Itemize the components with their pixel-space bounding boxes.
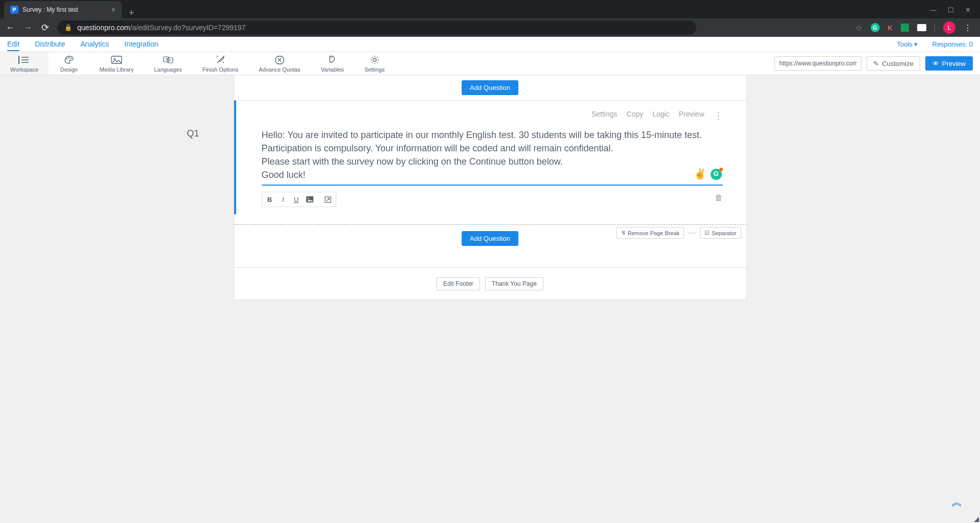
preview-button[interactable]: 👁Preview [925,56,973,71]
tool-advance-quotas[interactable]: Advance Quotas [248,52,310,75]
tool-media-library[interactable]: Media Library [89,52,144,75]
q-settings[interactable]: Settings [591,110,618,121]
browser-menu-icon[interactable]: ⋮ [964,23,972,33]
svg-text:文: 文 [165,57,168,61]
tool-design[interactable]: Design [49,52,89,75]
pb-dots-icon[interactable]: ⋯ [688,229,696,237]
tool-label: Design [60,66,78,73]
back-icon[interactable]: ← [5,22,15,33]
url-box[interactable]: 🔒 questionpro.com/a/editSurvey.do?survey… [57,20,696,35]
tools-dropdown[interactable]: Tools ▾ [897,40,918,48]
footer-row: Edit Footer Thank You Page [234,267,746,300]
bold-button[interactable]: B [263,193,277,206]
editor-badges: ✌️ G [694,167,722,181]
browser-chrome: P Survey : My first test × + — ☐ ✕ ← → ⟳… [0,0,980,37]
quotas-icon [275,55,285,65]
nav-integration[interactable]: Integration [124,38,158,51]
svg-point-16 [307,198,308,199]
svg-point-8 [114,58,116,59]
bookmark-star-icon[interactable]: ☆ [855,23,862,33]
tool-label: Workspace [10,66,38,73]
favicon-icon: P [10,6,18,14]
settings-icon [370,55,380,65]
tool-label: Finish Options [202,66,238,73]
q-text-line: Please start with the survey now by clic… [262,155,723,168]
toolbar: Workspace Design Media Library 文A Langua… [0,52,980,75]
reload-icon[interactable]: ⟳ [40,22,50,33]
eye-icon: 👁 [932,60,939,67]
tool-workspace[interactable]: Workspace [0,52,49,75]
q-more-icon[interactable]: ⋮ [714,110,723,121]
languages-icon: 文A [163,55,173,65]
add-question-button-2[interactable]: Add Question [462,231,518,246]
nav-edit[interactable]: Edit [7,38,19,51]
tool-label: Variables [321,66,344,73]
tool-languages[interactable]: 文A Languages [144,52,192,75]
profile-avatar[interactable]: L [943,21,955,34]
app: Edit Distribute Analytics Integration To… [0,37,980,523]
add-question-row-top: Add Question [234,75,746,100]
lock-icon: 🔒 [64,24,72,31]
q-text-line: Hello: You are invited to participate in… [262,128,723,155]
variables-icon [327,55,337,65]
q-preview[interactable]: Preview [679,110,704,121]
format-row: B I U 🗑 [262,189,723,207]
unlink-icon: ↯ [621,230,626,236]
browser-tab[interactable]: P Survey : My first test × [4,1,122,18]
pencil-icon: ✎ [873,60,879,67]
remove-page-break-button[interactable]: ↯Remove Page Break [617,227,685,239]
ext-mail-icon[interactable] [917,24,926,31]
tool-variables[interactable]: Variables [311,52,354,75]
q-text-line: Good luck! [262,168,723,181]
share-url-input[interactable] [774,56,861,71]
minimize-icon[interactable]: — [930,6,937,14]
responses-count[interactable]: Responses: 0 [932,40,973,48]
grammarly-badge-icon[interactable]: G [711,169,722,180]
customize-button[interactable]: ✎Customize [867,56,920,71]
question-text-editor[interactable]: Hello: You are invited to participate in… [262,128,723,186]
italic-button[interactable]: I [277,193,290,206]
canvas-wrap: Add Question Q1 Settings Copy Logic Prev… [0,75,980,523]
q-copy[interactable]: Copy [627,110,644,121]
image-button[interactable] [303,193,316,206]
emoji-badge-icon[interactable]: ✌️ [694,167,706,181]
nav-distribute[interactable]: Distribute [35,38,65,51]
resize-corner-icon[interactable] [974,517,979,522]
separator-button[interactable]: ☑Separator [700,227,741,239]
media-icon [111,55,122,65]
page-break-row: Add Question ↯Remove Page Break ⋯ ☑Separ… [234,224,746,252]
grammarly-ext-icon[interactable]: G [871,23,880,32]
svg-text:A: A [169,59,171,62]
delete-question-icon[interactable]: 🗑 [715,193,723,202]
add-question-button[interactable]: Add Question [462,80,518,95]
maximize-icon[interactable]: ☐ [948,6,954,14]
design-icon [64,55,74,65]
thank-you-page-button[interactable]: Thank You Page [485,277,543,290]
expand-button[interactable] [322,193,335,206]
tool-label: Languages [154,66,181,73]
svg-point-4 [66,58,67,59]
page-break-actions: ↯Remove Page Break ⋯ ☑Separator [617,227,741,239]
scroll-to-top-icon[interactable]: ︽ [951,494,963,510]
underline-button[interactable]: U [290,193,303,206]
svg-point-5 [69,57,70,58]
q-logic[interactable]: Logic [652,110,669,121]
new-tab-button[interactable]: + [122,8,142,18]
finish-icon [215,55,225,65]
workspace-icon [18,55,30,65]
tool-finish-options[interactable]: Finish Options [192,52,248,75]
forward-icon[interactable]: → [22,22,33,33]
address-bar: ← → ⟳ 🔒 questionpro.com/a/editSurvey.do?… [0,18,980,37]
divider [935,23,935,32]
tool-label: Media Library [100,66,134,73]
ext-square-icon[interactable] [901,24,909,32]
tool-settings[interactable]: Settings [354,52,395,75]
close-window-icon[interactable]: ✕ [965,6,971,14]
format-toolbar: B I U [262,192,336,207]
ext-k-icon[interactable]: K [888,24,893,32]
tab-title: Survey : My first test [22,6,107,13]
edit-footer-button[interactable]: Edit Footer [437,277,480,290]
nav-analytics[interactable]: Analytics [80,38,109,51]
svg-point-13 [331,57,332,58]
close-tab-icon[interactable]: × [111,6,116,14]
